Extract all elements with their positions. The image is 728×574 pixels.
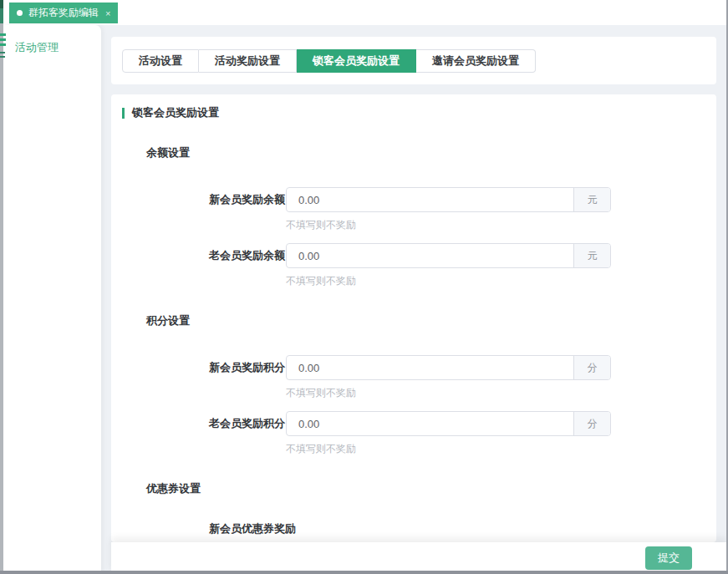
field-label: 老会员奖励积分	[209, 411, 286, 456]
old-member-balance-input[interactable]	[287, 244, 573, 267]
submit-button[interactable]: 提交	[645, 546, 692, 570]
tab-activity-settings[interactable]: 活动设置	[122, 49, 199, 73]
active-dot-icon	[17, 10, 23, 16]
old-member-points-input[interactable]	[287, 412, 573, 435]
unit-addon-fen: 分	[573, 412, 610, 435]
field-help-text: 不填写则不奖励	[286, 274, 611, 288]
form-row-new-member-balance: 新会员奖励余额 元 不填写则不奖励	[209, 187, 716, 232]
tabs-card: 活动设置 活动奖励设置 锁客会员奖励设置 邀请会员奖励设置	[111, 37, 716, 84]
input-group: 分	[286, 355, 611, 380]
input-group: 元	[286, 187, 611, 212]
input-group: 分	[286, 411, 611, 436]
group-title-points: 积分设置	[146, 313, 716, 328]
section-title: 锁客会员奖励设置	[132, 105, 219, 120]
group-title-balance: 余额设置	[146, 145, 716, 160]
open-page-tab[interactable]: 群拓客奖励编辑 ×	[9, 3, 118, 23]
open-page-tab-label: 群拓客奖励编辑	[28, 6, 99, 20]
section-accent-bar	[122, 108, 125, 119]
new-member-points-input[interactable]	[287, 356, 573, 379]
unit-addon-yuan: 元	[573, 244, 610, 267]
window-bottom-edge	[0, 571, 728, 574]
sidebar-item-activity-management[interactable]: 活动管理	[3, 40, 101, 55]
unit-addon-fen: 分	[573, 356, 610, 379]
tab-invite-member-reward-settings[interactable]: 邀请会员奖励设置	[416, 49, 536, 73]
footer-bar: 提交	[111, 542, 726, 574]
new-member-balance-input[interactable]	[287, 188, 573, 211]
cropped-menu-icon	[0, 52, 5, 60]
form-row-new-member-points: 新会员奖励积分 分 不填写则不奖励	[209, 355, 716, 400]
field-help-text: 不填写则不奖励	[286, 218, 611, 232]
form-row-old-member-points: 老会员奖励积分 分 不填写则不奖励	[209, 411, 716, 456]
tab-locked-member-reward-settings[interactable]: 锁客会员奖励设置	[297, 49, 416, 73]
form-row-old-member-balance: 老会员奖励余额 元 不填写则不奖励	[209, 243, 716, 288]
settings-tab-group: 活动设置 活动奖励设置 锁客会员奖励设置 邀请会员奖励设置	[122, 49, 536, 73]
page-tab-bar: 群拓客奖励编辑 ×	[3, 0, 726, 25]
field-label: 新会员奖励积分	[209, 355, 286, 400]
window-frame: 群拓客奖励编辑 × 活动管理 活动设置 活动奖励设置 锁客会员奖励设置 邀请会员…	[0, 0, 728, 574]
section-header: 锁客会员奖励设置	[122, 105, 716, 120]
window-left-edge	[0, 0, 3, 574]
unit-addon-yuan: 元	[573, 188, 610, 211]
group-title-coupon: 优惠券设置	[146, 481, 716, 496]
close-icon[interactable]: ×	[105, 8, 110, 18]
coupon-reward-label: 新会员优惠券奖励	[209, 521, 716, 536]
main-area: 活动设置 活动奖励设置 锁客会员奖励设置 邀请会员奖励设置 锁客会员奖励设置 余…	[101, 25, 726, 574]
field-label: 老会员奖励余额	[209, 243, 286, 288]
field-help-text: 不填写则不奖励	[286, 442, 611, 456]
cropped-menu-fragment	[0, 0, 3, 8]
form-card: 锁客会员奖励设置 余额设置 新会员奖励余额 元 不填写则不奖励	[111, 94, 716, 542]
sidebar: 活动管理	[3, 25, 101, 574]
cropped-menu-fragment	[0, 8, 3, 23]
input-group: 元	[286, 243, 611, 268]
field-help-text: 不填写则不奖励	[286, 386, 611, 400]
field-label: 新会员奖励余额	[209, 187, 286, 232]
cropped-menu-icon	[0, 33, 6, 47]
tab-activity-reward-settings[interactable]: 活动奖励设置	[199, 49, 297, 73]
